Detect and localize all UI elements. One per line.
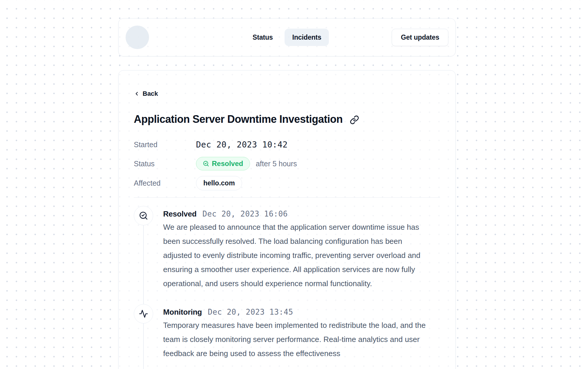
update-timeline: Resolved Dec 20, 2023 16:06 We are pleas… (134, 206, 440, 369)
chevron-left-icon (134, 91, 140, 97)
update-content: Monitoring Dec 20, 2023 13:45 Temporary … (163, 306, 440, 360)
status-cell: Resolved after 5 hours (196, 157, 440, 170)
timeline-item-resolved: Resolved Dec 20, 2023 16:06 We are pleas… (134, 206, 440, 291)
incident-card: Back Application Server Downtime Investi… (118, 70, 456, 369)
status-badge-label: Resolved (212, 160, 243, 168)
timeline-marker (134, 304, 153, 323)
update-content: Resolved Dec 20, 2023 16:06 We are pleas… (163, 208, 440, 291)
update-heading: Monitoring Dec 20, 2023 13:45 (163, 306, 440, 318)
status-duration: after 5 hours (256, 160, 297, 168)
title-row: Application Server Downtime Investigatio… (134, 113, 440, 125)
nav-item-incidents[interactable]: Incidents (285, 29, 329, 46)
search-check-icon (203, 160, 209, 167)
affected-component-pill: hello.com (196, 176, 242, 190)
top-nav: Status Incidents Get updates (118, 18, 456, 56)
meta-row-started: Started Dec 20, 2023 10:42 (134, 138, 440, 151)
page-title: Application Server Downtime Investigatio… (134, 113, 343, 125)
nav-tabs: Status Incidents (245, 29, 329, 46)
logo-avatar (126, 26, 149, 49)
back-label: Back (143, 90, 158, 98)
meta-row-affected: Affected hello.com (134, 176, 440, 190)
update-body: We are pleased to announce that the appl… (163, 220, 429, 291)
update-status: Resolved (163, 208, 197, 220)
update-body: Temporary measures have been implemented… (163, 318, 429, 360)
get-updates-button[interactable]: Get updates (392, 29, 448, 46)
update-heading: Resolved Dec 20, 2023 16:06 (163, 208, 440, 220)
timeline-marker (134, 206, 153, 225)
activity-icon (139, 309, 148, 318)
status-label: Status (134, 160, 196, 168)
search-check-icon (139, 211, 148, 220)
page: Status Incidents Get updates Back Applic… (118, 18, 456, 369)
update-timestamp: Dec 20, 2023 16:06 (202, 208, 288, 220)
update-status: Monitoring (163, 306, 202, 318)
update-timestamp: Dec 20, 2023 13:45 (208, 306, 293, 318)
meta-row-status: Status Resolved after 5 hours (134, 157, 440, 170)
started-label: Started (134, 140, 196, 149)
timeline-item-monitoring: Monitoring Dec 20, 2023 13:45 Temporary … (134, 304, 440, 360)
back-link[interactable]: Back (134, 90, 158, 98)
started-value: Dec 20, 2023 10:42 (196, 140, 440, 150)
affected-label: Affected (134, 179, 196, 187)
status-badge: Resolved (196, 157, 250, 170)
incident-meta: Started Dec 20, 2023 10:42 Status Resolv… (134, 138, 440, 190)
divider (134, 197, 440, 198)
nav-item-status[interactable]: Status (245, 29, 281, 46)
link-icon[interactable] (350, 115, 359, 125)
